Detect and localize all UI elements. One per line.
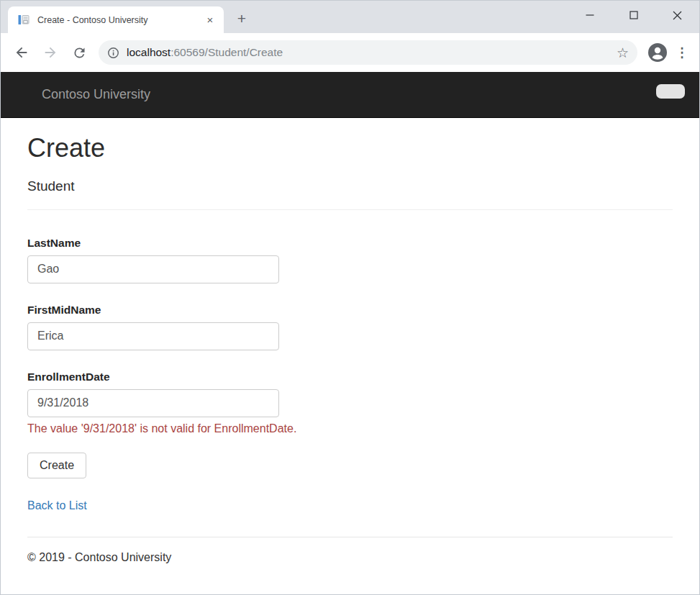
back-icon[interactable] xyxy=(11,42,32,63)
favicon-icon xyxy=(18,14,30,26)
navbar-toggle-button[interactable] xyxy=(656,84,685,99)
minimize-button[interactable] xyxy=(568,1,612,29)
lastname-label: LastName xyxy=(27,237,673,250)
lastname-input[interactable] xyxy=(27,255,279,283)
new-tab-button[interactable]: + xyxy=(231,9,253,30)
tab-title: Create - Contoso University xyxy=(37,15,198,25)
reload-icon[interactable] xyxy=(68,42,90,63)
forward-icon[interactable] xyxy=(40,42,61,63)
lastname-field-group: LastName xyxy=(27,237,673,283)
page-info-icon[interactable] xyxy=(107,47,119,59)
enrollmentdate-input[interactable] xyxy=(27,389,279,417)
firstmidname-label: FirstMidName xyxy=(27,304,673,317)
browser-tab[interactable]: Create - Contoso University × xyxy=(8,6,224,33)
url-host: localhost xyxy=(127,46,171,58)
firstmidname-input[interactable] xyxy=(27,322,279,350)
browser-toolbar: localhost:60569/Student/Create ☆ ⋮ xyxy=(1,33,699,72)
divider xyxy=(27,209,673,210)
page-content: Create Student LastName FirstMidName Enr… xyxy=(1,118,699,564)
browser-menu-icon[interactable]: ⋮ xyxy=(673,45,691,60)
profile-avatar[interactable] xyxy=(647,42,668,63)
enrollmentdate-label: EnrollmentDate xyxy=(27,371,673,383)
app-navbar: Contoso University xyxy=(1,72,699,118)
back-to-list-link[interactable]: Back to List xyxy=(27,499,87,512)
browser-window: Create - Contoso University × + xyxy=(0,0,700,595)
enrollmentdate-field-group: EnrollmentDate The value '9/31/2018' is … xyxy=(27,371,673,435)
footer-divider xyxy=(27,537,673,537)
tab-strip: Create - Contoso University × + xyxy=(1,1,699,33)
page-subtitle: Student xyxy=(27,178,673,194)
validation-error-message: The value '9/31/2018' is not valid for E… xyxy=(27,422,673,435)
maximize-button[interactable] xyxy=(612,1,655,29)
close-window-button[interactable] xyxy=(655,1,699,29)
firstmidname-field-group: FirstMidName xyxy=(27,304,673,350)
window-controls xyxy=(568,1,699,29)
url-text[interactable]: localhost:60569/Student/Create xyxy=(127,46,615,59)
bookmark-star-icon[interactable]: ☆ xyxy=(615,45,630,61)
navbar-brand-link[interactable]: Contoso University xyxy=(42,87,150,102)
create-submit-button[interactable]: Create xyxy=(27,453,86,478)
address-bar[interactable]: localhost:60569/Student/Create ☆ xyxy=(99,40,637,65)
url-path: :60569/Student/Create xyxy=(171,46,283,58)
footer-copyright: © 2019 - Contoso University xyxy=(27,551,673,564)
page-title: Create xyxy=(27,134,673,163)
student-create-form: LastName FirstMidName EnrollmentDate The… xyxy=(27,237,673,478)
tab-close-icon[interactable]: × xyxy=(204,14,217,27)
